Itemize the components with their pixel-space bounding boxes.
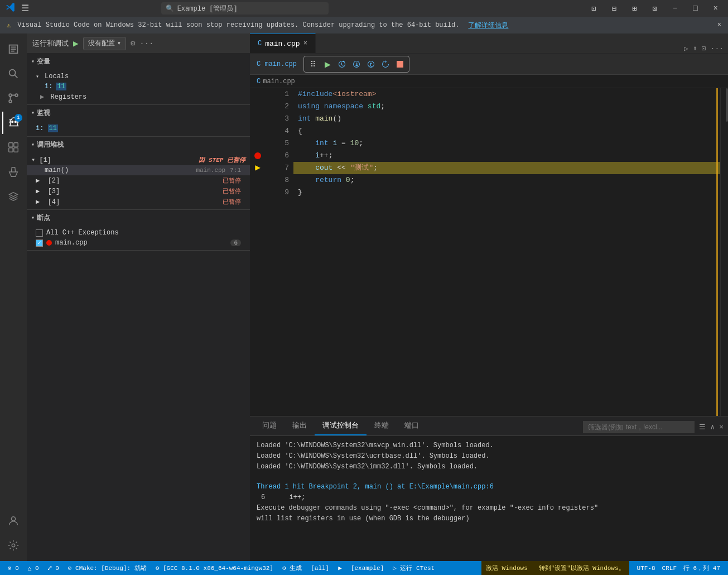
- watch-title: 监视: [37, 108, 50, 118]
- split-editor-btn[interactable]: ⊡: [702, 44, 706, 53]
- more-editor-btn[interactable]: ···: [711, 45, 724, 53]
- callstack-main-frame[interactable]: main() main.cpp 7:1: [27, 165, 250, 175]
- debug-step-in-btn[interactable]: [350, 58, 363, 71]
- watch-item-i: i: 11: [27, 123, 250, 134]
- activity-explorer[interactable]: [2, 38, 25, 60]
- code-content: #include<iostream> using namespace std; …: [293, 88, 720, 416]
- panel-tab-terminal[interactable]: 终端: [367, 416, 397, 435]
- run-editor-btn[interactable]: ▷: [684, 44, 688, 53]
- debug-drag-btn[interactable]: ⠿: [306, 58, 320, 71]
- callstack-frame-3[interactable]: ▶ [3] 已暂停: [27, 186, 250, 197]
- breakpoint-cpp-exceptions[interactable]: All C++ Exceptions: [27, 228, 250, 238]
- activity-debug[interactable]: 1: [2, 112, 25, 134]
- bp-main-dot: [46, 240, 52, 246]
- callstack-frame-2-label: ▶ [2]: [36, 176, 60, 185]
- breadcrumb-file[interactable]: main.cpp: [263, 78, 295, 85]
- activity-test[interactable]: [2, 161, 25, 183]
- std-ns: std: [368, 100, 380, 113]
- all-label: [all]: [311, 565, 329, 572]
- panel-tab-problems[interactable]: 问题: [254, 416, 285, 435]
- callstack-frame-2[interactable]: ▶ [2] 已暂停: [27, 175, 250, 186]
- titlebar-search[interactable]: 🔍 Example [管理员]: [161, 2, 329, 15]
- minimap-scrollbar[interactable]: [720, 88, 728, 416]
- layout-btn[interactable]: ⊡: [587, 2, 600, 16]
- statusbar-line-col[interactable]: 行 6，列 47: [680, 564, 724, 572]
- statusbar-gcc[interactable]: ⚙ [GCC 8.1.0 x86_64-w64-mingw32]: [152, 561, 277, 575]
- variables-header[interactable]: ▾ 变量: [27, 54, 250, 69]
- tab-close-btn[interactable]: ×: [303, 40, 307, 47]
- run-config-gear-btn[interactable]: ⚙: [131, 39, 135, 48]
- statusbar-play[interactable]: ▶: [335, 561, 345, 575]
- statusbar-encoding[interactable]: UTF-8: [634, 565, 659, 572]
- watch-header[interactable]: ▾ 监视: [27, 105, 250, 121]
- panel-btn[interactable]: ⊟: [607, 2, 620, 16]
- svg-line-1: [15, 75, 17, 78]
- code-line-4: {: [293, 125, 720, 137]
- debug-stop-btn[interactable]: [393, 58, 407, 71]
- panel-list-icon[interactable]: ☰: [699, 423, 706, 432]
- close-btn[interactable]: ×: [709, 2, 722, 15]
- activity-settings[interactable]: [2, 534, 25, 557]
- gutter-line-5: [250, 137, 266, 150]
- panel-filter-input[interactable]: [583, 421, 695, 433]
- run-config-dropdown[interactable]: 没有配置 ▾: [83, 37, 126, 50]
- statusbar-all[interactable]: [all]: [307, 561, 332, 575]
- breakpoint-main-cpp[interactable]: ✓ main.cpp 6: [27, 238, 250, 248]
- hamburger-menu-icon[interactable]: ☰: [21, 3, 29, 14]
- activity-search[interactable]: [2, 63, 25, 85]
- gutter-line-3: [250, 113, 266, 125]
- activity-account[interactable]: [2, 510, 25, 532]
- statusbar-example[interactable]: [example]: [348, 561, 387, 575]
- callstack-header[interactable]: ▾ 调用堆栈: [27, 137, 250, 152]
- activity-git[interactable]: [2, 87, 25, 109]
- debug-toolbar-container: C main.cpp ⠿ ▶: [250, 54, 728, 75]
- run-config-name: 没有配置: [88, 39, 115, 48]
- callstack-main-location: main.cpp: [196, 167, 225, 174]
- sidebar: 运行和调试 ▶ 没有配置 ▾ ⚙ ··· ▾ 变量 ▾ Locals: [27, 33, 250, 561]
- statusbar-crlf[interactable]: CRLF: [659, 565, 680, 572]
- panel-tab-ports[interactable]: 端口: [397, 416, 427, 435]
- bp-main-checkbox[interactable]: ✓: [36, 239, 43, 247]
- statusbar-warnings[interactable]: △ 0: [25, 561, 42, 575]
- minimize-btn[interactable]: −: [668, 2, 682, 15]
- run-config-dots-btn[interactable]: ···: [139, 39, 153, 48]
- activity-remote[interactable]: [2, 185, 25, 208]
- run-play-btn[interactable]: ▶: [73, 38, 79, 49]
- statusbar-cmake[interactable]: ⊙ CMake: [Debug]: 就绪: [65, 561, 150, 575]
- gutter: ▶: [250, 88, 266, 416]
- debug-continue-btn[interactable]: ▶: [321, 58, 334, 71]
- panel-up-btn[interactable]: ∧: [710, 423, 715, 432]
- svg-rect-8: [14, 143, 18, 147]
- variables-content: ▾ Locals i: 11 ▶ Registers: [27, 69, 250, 104]
- tab-bar: C main.cpp × ▷ ⬆ ⊡ ···: [250, 33, 728, 54]
- statusbar-build[interactable]: ⚙ 生成: [279, 561, 305, 575]
- callstack-frame-4[interactable]: ▶ [4] 已暂停: [27, 197, 250, 207]
- bp-exceptions-checkbox[interactable]: [36, 229, 43, 237]
- callstack-group-1[interactable]: ▾ [1] 因 STEP 已暂停: [27, 155, 250, 165]
- variables-locals-header[interactable]: ▾ Locals: [27, 71, 250, 82]
- split-btn[interactable]: ⊞: [628, 2, 641, 16]
- activity-btn[interactable]: ⊠: [648, 2, 661, 16]
- variable-item-i: i: 11: [27, 82, 250, 92]
- statusbar-remote[interactable]: ⑇ 0: [45, 561, 62, 575]
- debug-step-over-btn[interactable]: [335, 58, 349, 71]
- registers-item[interactable]: ▶ Registers: [27, 92, 250, 102]
- debug-restart-btn[interactable]: [379, 58, 392, 71]
- activity-extensions[interactable]: [2, 136, 25, 159]
- line-col-label: 行 6，列 47: [683, 564, 720, 572]
- panel-close-btn[interactable]: ×: [719, 423, 724, 432]
- tab-main-cpp[interactable]: C main.cpp ×: [250, 33, 316, 53]
- maximize-btn[interactable]: □: [688, 2, 702, 15]
- infobar-close-btn[interactable]: ×: [717, 21, 721, 29]
- panel-tab-debug-console[interactable]: 调试控制台: [315, 416, 367, 435]
- statusbar-run-ctest[interactable]: ▷ 运行 CTest: [389, 561, 438, 575]
- infobar-link[interactable]: 了解详细信息: [468, 21, 508, 30]
- statusbar-errors[interactable]: ⊗ 0: [4, 561, 22, 575]
- debug-step-out-btn[interactable]: [364, 58, 378, 71]
- panel-tab-output[interactable]: 输出: [285, 416, 315, 435]
- var-i-label: i:: [45, 83, 52, 90]
- breakpoint-indicator-6: [254, 152, 261, 159]
- publish-btn[interactable]: ⬆: [693, 44, 697, 53]
- editor-terminal-split: ▶ 1 2 3 4 5 6 7 8 9: [250, 88, 728, 561]
- breakpoints-header[interactable]: ▾ 断点: [27, 210, 250, 226]
